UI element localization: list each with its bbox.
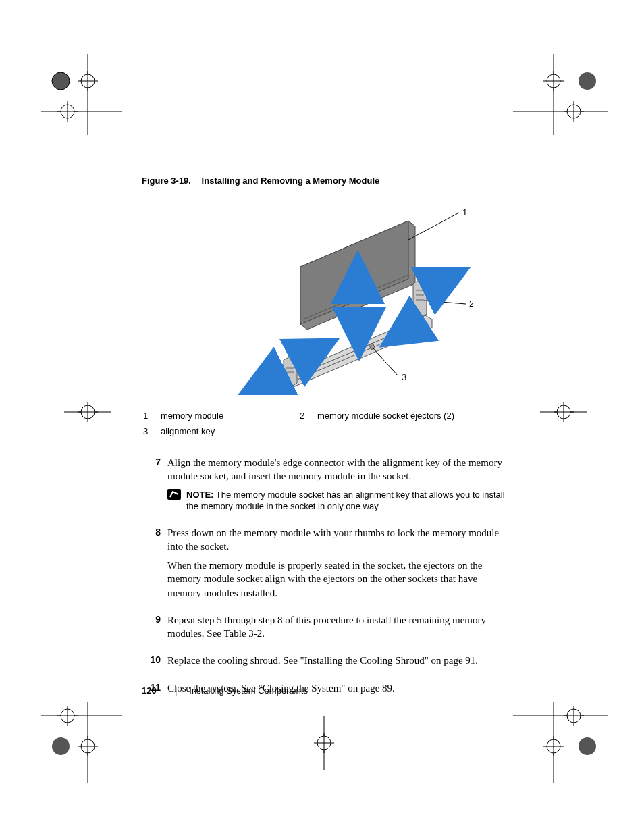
reg-top-right <box>513 54 608 135</box>
figure-title: Installing and Removing a Memory Module <box>202 176 380 186</box>
legend-label: memory module socket ejectors (2) <box>317 409 505 423</box>
callout-3: 3 <box>402 372 406 382</box>
figure-caption: Figure 3-19. Installing and Removing a M… <box>142 176 506 186</box>
svg-line-70 <box>262 373 281 383</box>
svg-line-71 <box>300 350 316 359</box>
step-9: 9 Repeat step 5 through step 8 of this p… <box>142 613 506 646</box>
step-text: Press down on the memory module with you… <box>167 526 506 554</box>
svg-point-0 <box>52 72 70 90</box>
reg-top-left <box>41 54 122 135</box>
note-text: The memory module socket has an alignmen… <box>186 490 505 512</box>
svg-line-65 <box>373 348 398 376</box>
section-title: Installing System Components <box>189 685 308 696</box>
step-number: 8 <box>142 526 167 605</box>
svg-line-64 <box>424 301 466 304</box>
reg-bot-mid <box>297 716 351 770</box>
legend-num: 3 <box>143 424 159 438</box>
reg-bot-right <box>513 702 608 783</box>
page-content: Figure 3-19. Installing and Removing a M… <box>142 176 506 708</box>
reg-mid-left <box>64 392 111 432</box>
note-icon <box>167 489 182 513</box>
figure-illustration: 1 2 3 <box>176 199 473 395</box>
ejector-left-graphic <box>284 356 297 388</box>
step-10: 10 Replace the cooling shroud. See "Inst… <box>142 654 506 673</box>
svg-rect-72 <box>167 489 181 500</box>
legend-label: alignment key <box>161 424 298 438</box>
reg-mid-right <box>540 392 587 432</box>
step-number: 7 <box>142 456 167 518</box>
svg-point-48 <box>579 737 596 755</box>
svg-point-14 <box>579 72 596 90</box>
ejector-right-graphic <box>413 280 427 319</box>
figure-number: Figure 3-19. <box>142 176 191 186</box>
callout-2: 2 <box>469 298 473 309</box>
reg-bot-left <box>41 702 122 783</box>
step-text: When the memory module is properly seate… <box>167 558 506 600</box>
step-text: Repeat step 5 through step 8 of this pro… <box>167 613 506 641</box>
svg-point-35 <box>52 737 70 755</box>
step-8: 8 Press down on the memory module with y… <box>142 526 506 605</box>
step-text: Align the memory module's edge connector… <box>167 456 506 484</box>
legend-label: memory module <box>161 409 298 423</box>
svg-line-68 <box>431 279 447 287</box>
note-label: NOTE: <box>186 490 213 500</box>
page-footer: 120 | Installing System Components <box>142 685 308 696</box>
step-text: Replace the cooling shroud. See "Install… <box>167 654 506 667</box>
step-number: 9 <box>142 613 167 646</box>
step-number: 10 <box>142 654 167 673</box>
callout-1: 1 <box>462 207 467 217</box>
footer-separator: | <box>175 685 177 696</box>
step-7: 7 Align the memory module's edge connect… <box>142 456 506 518</box>
note-box: NOTE: The memory module socket has an al… <box>167 489 506 513</box>
legend-num: 1 <box>143 409 159 423</box>
svg-line-52 <box>408 213 459 240</box>
legend-num: 2 <box>300 409 316 423</box>
figure-legend: 1 memory module 2 memory module socket e… <box>142 407 506 440</box>
page-number: 120 <box>142 685 157 696</box>
procedure-steps: 7 Align the memory module's edge connect… <box>142 456 506 700</box>
